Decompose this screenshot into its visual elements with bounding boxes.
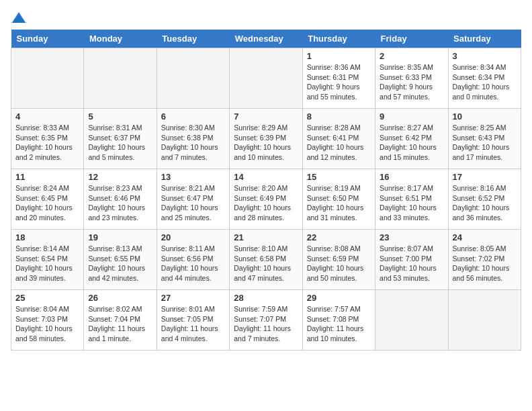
week-row: 25Sunrise: 8:04 AM Sunset: 7:03 PM Dayli… bbox=[11, 290, 521, 351]
day-info: Sunrise: 8:29 AM Sunset: 6:39 PM Dayligh… bbox=[234, 123, 298, 163]
calendar-cell: 25Sunrise: 8:04 AM Sunset: 7:03 PM Dayli… bbox=[11, 290, 84, 351]
calendar-cell: 28Sunrise: 7:59 AM Sunset: 7:07 PM Dayli… bbox=[230, 290, 302, 351]
day-info: Sunrise: 8:16 AM Sunset: 6:52 PM Dayligh… bbox=[453, 183, 517, 223]
calendar-cell bbox=[157, 48, 229, 109]
calendar-cell: 24Sunrise: 8:05 AM Sunset: 7:02 PM Dayli… bbox=[448, 230, 521, 290]
day-info: Sunrise: 8:34 AM Sunset: 6:34 PM Dayligh… bbox=[453, 62, 517, 102]
day-number: 17 bbox=[453, 172, 517, 182]
day-number: 10 bbox=[453, 111, 517, 122]
day-info: Sunrise: 8:13 AM Sunset: 6:55 PM Dayligh… bbox=[88, 244, 152, 283]
logo bbox=[11, 11, 30, 24]
weekday-header: Saturday bbox=[448, 30, 521, 48]
day-number: 21 bbox=[234, 232, 298, 242]
calendar-cell: 15Sunrise: 8:19 AM Sunset: 6:50 PM Dayli… bbox=[302, 169, 375, 230]
calendar-cell bbox=[230, 48, 302, 109]
header bbox=[11, 11, 521, 24]
day-info: Sunrise: 8:25 AM Sunset: 6:43 PM Dayligh… bbox=[453, 123, 517, 163]
day-info: Sunrise: 8:17 AM Sunset: 6:51 PM Dayligh… bbox=[380, 183, 443, 223]
calendar-cell: 5Sunrise: 8:31 AM Sunset: 6:37 PM Daylig… bbox=[84, 109, 157, 169]
day-info: Sunrise: 8:36 AM Sunset: 6:31 PM Dayligh… bbox=[307, 62, 371, 102]
calendar-cell: 16Sunrise: 8:17 AM Sunset: 6:51 PM Dayli… bbox=[375, 169, 448, 230]
day-info: Sunrise: 8:23 AM Sunset: 6:46 PM Dayligh… bbox=[88, 183, 152, 223]
day-info: Sunrise: 8:30 AM Sunset: 6:38 PM Dayligh… bbox=[161, 123, 225, 163]
week-row: 4Sunrise: 8:33 AM Sunset: 6:35 PM Daylig… bbox=[11, 109, 521, 169]
calendar-cell: 17Sunrise: 8:16 AM Sunset: 6:52 PM Dayli… bbox=[448, 169, 521, 230]
calendar-table: SundayMondayTuesdayWednesdayThursdayFrid… bbox=[11, 30, 521, 351]
weekday-header: Friday bbox=[375, 30, 448, 48]
calendar-cell: 2Sunrise: 8:35 AM Sunset: 6:33 PM Daylig… bbox=[375, 48, 448, 109]
day-info: Sunrise: 8:20 AM Sunset: 6:49 PM Dayligh… bbox=[234, 183, 298, 223]
day-number: 14 bbox=[234, 172, 298, 182]
day-info: Sunrise: 8:31 AM Sunset: 6:37 PM Dayligh… bbox=[88, 123, 152, 163]
calendar-cell bbox=[11, 48, 84, 109]
calendar-cell: 19Sunrise: 8:13 AM Sunset: 6:55 PM Dayli… bbox=[84, 230, 157, 290]
calendar-cell: 22Sunrise: 8:08 AM Sunset: 6:59 PM Dayli… bbox=[302, 230, 375, 290]
day-number: 23 bbox=[380, 232, 443, 242]
day-info: Sunrise: 8:21 AM Sunset: 6:47 PM Dayligh… bbox=[161, 183, 225, 223]
calendar-cell: 26Sunrise: 8:02 AM Sunset: 7:04 PM Dayli… bbox=[84, 290, 157, 351]
weekday-header: Tuesday bbox=[157, 30, 229, 48]
calendar-cell: 12Sunrise: 8:23 AM Sunset: 6:46 PM Dayli… bbox=[84, 169, 157, 230]
calendar-cell: 13Sunrise: 8:21 AM Sunset: 6:47 PM Dayli… bbox=[157, 169, 229, 230]
calendar-cell: 8Sunrise: 8:28 AM Sunset: 6:41 PM Daylig… bbox=[302, 109, 375, 169]
logo-icon bbox=[11, 11, 27, 24]
day-number: 6 bbox=[161, 111, 225, 122]
calendar-cell: 27Sunrise: 8:01 AM Sunset: 7:05 PM Dayli… bbox=[157, 290, 229, 351]
day-number: 25 bbox=[15, 293, 79, 303]
day-number: 1 bbox=[307, 51, 371, 61]
calendar-cell bbox=[375, 290, 448, 351]
day-info: Sunrise: 8:01 AM Sunset: 7:05 PM Dayligh… bbox=[161, 304, 225, 344]
day-number: 28 bbox=[234, 293, 298, 303]
calendar-cell: 7Sunrise: 8:29 AM Sunset: 6:39 PM Daylig… bbox=[230, 109, 302, 169]
week-row: 18Sunrise: 8:14 AM Sunset: 6:54 PM Dayli… bbox=[11, 230, 521, 290]
day-info: Sunrise: 8:07 AM Sunset: 7:00 PM Dayligh… bbox=[380, 244, 443, 283]
day-number: 4 bbox=[15, 111, 79, 122]
calendar-cell: 21Sunrise: 8:10 AM Sunset: 6:58 PM Dayli… bbox=[230, 230, 302, 290]
day-number: 18 bbox=[15, 232, 79, 242]
day-number: 13 bbox=[161, 172, 225, 182]
calendar-cell: 29Sunrise: 7:57 AM Sunset: 7:08 PM Dayli… bbox=[302, 290, 375, 351]
day-number: 2 bbox=[380, 51, 443, 61]
weekday-header: Sunday bbox=[11, 30, 84, 48]
calendar-cell: 6Sunrise: 8:30 AM Sunset: 6:38 PM Daylig… bbox=[157, 109, 229, 169]
weekday-header: Thursday bbox=[302, 30, 375, 48]
day-number: 27 bbox=[161, 293, 225, 303]
day-number: 26 bbox=[88, 293, 152, 303]
calendar-cell: 23Sunrise: 8:07 AM Sunset: 7:00 PM Dayli… bbox=[375, 230, 448, 290]
day-number: 5 bbox=[88, 111, 152, 122]
day-info: Sunrise: 8:05 AM Sunset: 7:02 PM Dayligh… bbox=[453, 244, 517, 283]
calendar-cell: 14Sunrise: 8:20 AM Sunset: 6:49 PM Dayli… bbox=[230, 169, 302, 230]
week-row: 11Sunrise: 8:24 AM Sunset: 6:45 PM Dayli… bbox=[11, 169, 521, 230]
calendar-cell: 4Sunrise: 8:33 AM Sunset: 6:35 PM Daylig… bbox=[11, 109, 84, 169]
day-info: Sunrise: 7:59 AM Sunset: 7:07 PM Dayligh… bbox=[234, 304, 298, 344]
day-number: 15 bbox=[307, 172, 371, 182]
header-row: SundayMondayTuesdayWednesdayThursdayFrid… bbox=[11, 30, 521, 48]
weekday-header: Wednesday bbox=[230, 30, 302, 48]
day-info: Sunrise: 8:19 AM Sunset: 6:50 PM Dayligh… bbox=[307, 183, 371, 223]
day-info: Sunrise: 8:02 AM Sunset: 7:04 PM Dayligh… bbox=[88, 304, 152, 344]
day-number: 22 bbox=[307, 232, 371, 242]
day-number: 24 bbox=[453, 232, 517, 242]
day-info: Sunrise: 8:14 AM Sunset: 6:54 PM Dayligh… bbox=[15, 244, 79, 283]
day-number: 20 bbox=[161, 232, 225, 242]
day-info: Sunrise: 8:11 AM Sunset: 6:56 PM Dayligh… bbox=[161, 244, 225, 283]
calendar-cell: 9Sunrise: 8:27 AM Sunset: 6:42 PM Daylig… bbox=[375, 109, 448, 169]
day-info: Sunrise: 8:35 AM Sunset: 6:33 PM Dayligh… bbox=[380, 62, 443, 102]
day-number: 19 bbox=[88, 232, 152, 242]
day-info: Sunrise: 7:57 AM Sunset: 7:08 PM Dayligh… bbox=[307, 304, 371, 344]
day-number: 12 bbox=[88, 172, 152, 182]
week-row: 1Sunrise: 8:36 AM Sunset: 6:31 PM Daylig… bbox=[11, 48, 521, 109]
calendar-cell bbox=[448, 290, 521, 351]
day-number: 9 bbox=[380, 111, 443, 122]
day-number: 11 bbox=[15, 172, 79, 182]
day-info: Sunrise: 8:28 AM Sunset: 6:41 PM Dayligh… bbox=[307, 123, 371, 163]
day-number: 8 bbox=[307, 111, 371, 122]
calendar-cell bbox=[84, 48, 157, 109]
day-info: Sunrise: 8:10 AM Sunset: 6:58 PM Dayligh… bbox=[234, 244, 298, 283]
calendar-cell: 18Sunrise: 8:14 AM Sunset: 6:54 PM Dayli… bbox=[11, 230, 84, 290]
calendar-cell: 1Sunrise: 8:36 AM Sunset: 6:31 PM Daylig… bbox=[302, 48, 375, 109]
weekday-header: Monday bbox=[84, 30, 157, 48]
day-number: 3 bbox=[453, 51, 517, 61]
day-info: Sunrise: 8:08 AM Sunset: 6:59 PM Dayligh… bbox=[307, 244, 371, 283]
calendar-cell: 3Sunrise: 8:34 AM Sunset: 6:34 PM Daylig… bbox=[448, 48, 521, 109]
